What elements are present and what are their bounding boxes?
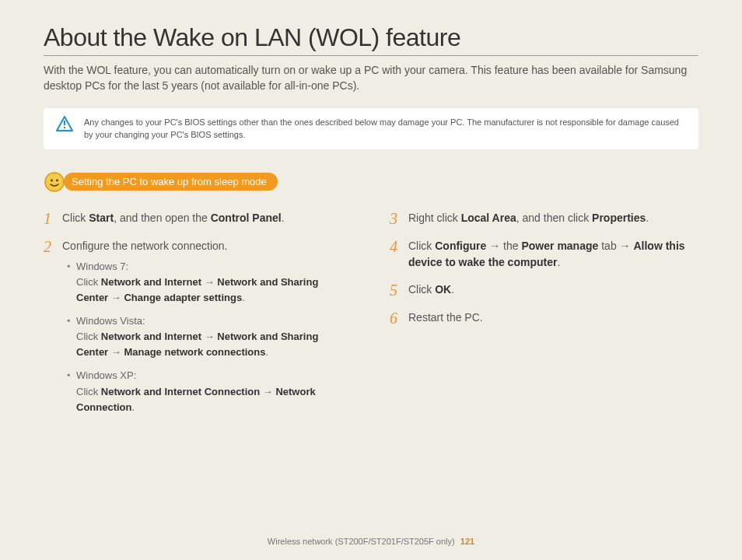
footer-section: Wireless network (ST200F/ST201F/ST205F o… <box>268 537 455 546</box>
step-1: 1 Click Start, and then open the Control… <box>44 210 352 227</box>
step-number: 6 <box>390 310 401 327</box>
step-number: 1 <box>44 210 54 227</box>
instruction-columns: 1 Click Start, and then open the Control… <box>44 210 698 434</box>
page-title: About the Wake on LAN (WOL) feature <box>44 23 698 56</box>
step-6: 6 Restart the PC. <box>390 310 698 327</box>
step-number: 2 <box>44 238 54 423</box>
list-item: Windows Vista: Click Network and Interne… <box>65 313 352 360</box>
svg-rect-1 <box>64 121 65 125</box>
badge-icon <box>44 171 65 193</box>
svg-point-5 <box>56 179 58 181</box>
warning-text: Any changes to your PC's BIOS settings o… <box>84 116 684 142</box>
step-body: Click OK. <box>408 282 698 299</box>
step-4: 4 Click Configure → the Power manage tab… <box>390 238 698 271</box>
warning-box: Any changes to your PC's BIOS settings o… <box>44 108 698 149</box>
manual-page: About the Wake on LAN (WOL) feature With… <box>0 0 742 434</box>
step-body: Click Configure → the Power manage tab →… <box>408 238 698 271</box>
step-number: 5 <box>390 282 401 299</box>
step-3: 3 Right click Local Area, and then click… <box>390 210 698 227</box>
svg-rect-2 <box>64 127 65 128</box>
list-item: Windows 7: Click Network and Internet → … <box>65 259 352 306</box>
step-5: 5 Click OK. <box>390 282 698 299</box>
step-2-sublist: Windows 7: Click Network and Internet → … <box>62 259 352 415</box>
step-body: Right click Local Area, and then click P… <box>408 210 698 227</box>
svg-point-4 <box>51 179 53 181</box>
svg-point-3 <box>45 173 64 191</box>
step-body: Click Start, and then open the Control P… <box>62 210 352 227</box>
step-2: 2 Configure the network connection. Wind… <box>44 238 352 423</box>
section-header: Setting the PC to wake up from sleep mod… <box>44 171 698 193</box>
warning-icon <box>56 116 73 131</box>
list-item: Windows XP: Click Network and Internet C… <box>65 368 352 415</box>
page-number: 121 <box>460 537 474 546</box>
right-column: 3 Right click Local Area, and then click… <box>390 210 698 434</box>
left-column: 1 Click Start, and then open the Control… <box>44 210 352 434</box>
step-number: 3 <box>390 210 401 227</box>
step-body: Restart the PC. <box>408 310 698 327</box>
page-footer: Wireless network (ST200F/ST201F/ST205F o… <box>0 537 742 546</box>
step-number: 4 <box>390 238 401 271</box>
section-heading-pill: Setting the PC to wake up from sleep mod… <box>64 173 278 191</box>
step-body: Configure the network connection. Window… <box>62 238 352 423</box>
intro-paragraph: With the WOL feature, you can automatica… <box>44 62 698 94</box>
